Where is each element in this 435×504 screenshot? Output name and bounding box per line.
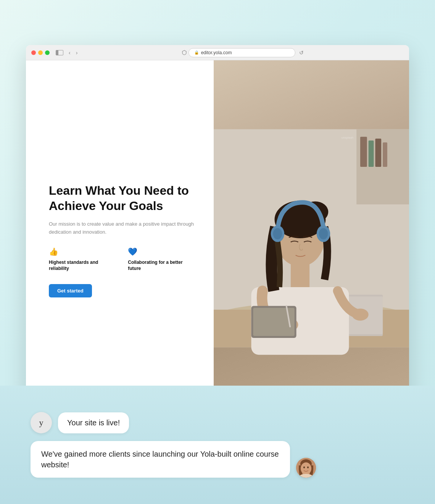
website-content: Learn What You Need to Achieve Your Goal… [26, 60, 409, 416]
svg-point-30 [307, 467, 309, 468]
reload-button[interactable]: ↺ [299, 50, 304, 56]
svg-rect-5 [383, 142, 387, 167]
svg-rect-4 [375, 139, 381, 167]
shield-icon [182, 50, 187, 55]
get-started-button[interactable]: Get started [49, 284, 92, 297]
feature-1-label: Highest standards and reliability [49, 259, 117, 272]
feature-item-2: 💙 Collaborating for a better future [128, 247, 195, 272]
chat-row-2: We've gained more clients since launchin… [31, 441, 404, 478]
chat-row-1: y Your site is live! [31, 412, 129, 433]
browser-window: ‹ › 🔒 editor.yola.com ↺ Learn What You N… [26, 45, 409, 416]
chat-overlay: y Your site is live! We've gained more c… [0, 386, 435, 504]
svg-rect-3 [369, 141, 374, 167]
heart-icon: 💙 [128, 247, 195, 256]
hero-illustration: unsplash [214, 60, 409, 416]
back-button[interactable]: ‹ [67, 49, 72, 57]
svg-rect-23 [253, 308, 294, 336]
hero-title: Learn What You Need to Achieve Your Goal… [49, 183, 195, 213]
user-avatar-illustration [296, 458, 316, 478]
svg-point-21 [352, 309, 368, 321]
traffic-lights [31, 50, 50, 55]
browser-nav: ‹ › [67, 49, 79, 57]
yola-avatar: y [31, 412, 52, 433]
hero-subtitle: Our mission is to create value and make … [49, 220, 195, 236]
yola-initial: y [39, 418, 44, 428]
svg-rect-2 [360, 137, 367, 167]
fullscreen-button[interactable] [45, 50, 50, 55]
address-bar-wrapper: 🔒 editor.yola.com ↺ [83, 48, 404, 57]
svg-text:unsplash: unsplash [342, 136, 353, 139]
svg-point-28 [301, 462, 311, 475]
chat-bubble-2: We've gained more clients since launchin… [31, 441, 290, 478]
thumbs-up-icon: 👍 [49, 247, 117, 256]
address-bar[interactable]: 🔒 editor.yola.com [188, 48, 295, 57]
forward-button[interactable]: › [74, 49, 79, 57]
feature-item-1: 👍 Highest standards and reliability [49, 247, 117, 272]
svg-point-19 [319, 228, 328, 239]
minimize-button[interactable] [38, 50, 43, 55]
hero-image-panel: unsplash [214, 60, 409, 416]
chat-bubble-2-text: We've gained more clients since launchin… [41, 450, 279, 469]
url-text: editor.yola.com [201, 50, 232, 55]
chat-bubble-1-text: Your site is live! [67, 418, 120, 427]
svg-point-17 [273, 228, 282, 239]
sidebar-toggle-icon[interactable] [56, 50, 63, 55]
chat-bubble-1: Your site is live! [58, 412, 129, 433]
features-row: 👍 Highest standards and reliability 💙 Co… [49, 247, 195, 272]
lock-icon: 🔒 [194, 50, 199, 55]
hero-left-panel: Learn What You Need to Achieve Your Goal… [26, 60, 214, 416]
user-avatar [296, 458, 316, 478]
hero-image: unsplash [214, 60, 409, 416]
browser-titlebar: ‹ › 🔒 editor.yola.com ↺ [26, 45, 409, 60]
svg-point-29 [303, 467, 305, 468]
close-button[interactable] [31, 50, 36, 55]
feature-2-label: Collaborating for a better future [128, 259, 195, 272]
